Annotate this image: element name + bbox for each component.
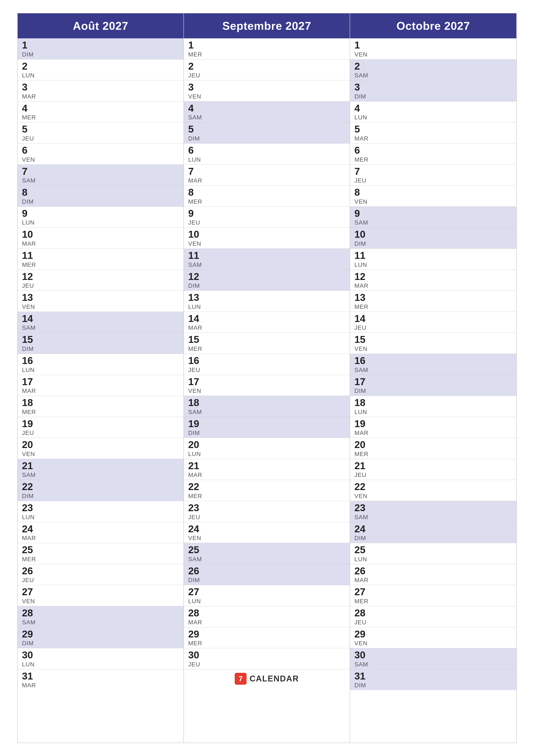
- day-number: 28: [354, 608, 512, 618]
- day-number: 22: [22, 481, 179, 492]
- day-label: MER: [188, 51, 345, 58]
- day-label: LUN: [22, 366, 179, 373]
- day-number: 13: [354, 292, 512, 303]
- day-number: 11: [22, 250, 179, 261]
- day-row: 17VEN: [184, 375, 350, 396]
- day-row: 26JEU: [18, 564, 184, 585]
- day-label: JEU: [22, 577, 179, 583]
- day-row: 24DIM: [350, 522, 516, 543]
- day-row: 12JEU: [18, 270, 184, 291]
- day-row: 23SAM: [350, 501, 516, 522]
- day-row: 27VEN: [18, 585, 184, 606]
- day-number: 4: [22, 103, 179, 114]
- day-number: 13: [22, 292, 179, 303]
- day-row: 20MER: [350, 438, 516, 459]
- day-row: 14JEU: [350, 312, 516, 333]
- empty-row: 7CALENDAR: [184, 669, 350, 688]
- day-number: 18: [22, 397, 179, 408]
- day-number: 7: [354, 166, 512, 177]
- day-number: 23: [354, 502, 512, 513]
- day-label: DIM: [188, 577, 345, 583]
- day-label: SAM: [188, 556, 345, 563]
- day-label: JEU: [188, 219, 345, 226]
- day-label: MAR: [22, 535, 179, 542]
- day-label: VEN: [22, 304, 179, 310]
- day-row: 30SAM: [350, 648, 516, 669]
- day-label: DIM: [354, 93, 512, 100]
- day-label: LUN: [22, 72, 179, 79]
- day-number: 15: [188, 334, 345, 345]
- day-row: 24MAR: [18, 522, 184, 543]
- day-number: 24: [22, 524, 179, 534]
- day-number: 1: [22, 40, 179, 51]
- day-label: DIM: [354, 535, 512, 542]
- day-number: 8: [354, 187, 512, 198]
- day-number: 22: [188, 481, 345, 492]
- day-row: 16JEU: [184, 354, 350, 375]
- day-row: 26DIM: [184, 564, 350, 585]
- day-label: LUN: [354, 409, 512, 416]
- day-row: 13MER: [350, 291, 516, 312]
- day-row: 10DIM: [350, 228, 516, 249]
- day-number: 2: [22, 61, 179, 72]
- day-row: 2JEU: [184, 60, 350, 81]
- day-label: VEN: [188, 535, 345, 542]
- day-label: JEU: [354, 619, 512, 626]
- day-row: 22MER: [184, 480, 350, 501]
- day-label: SAM: [188, 409, 345, 416]
- day-label: VEN: [354, 640, 512, 647]
- day-label: MAR: [354, 577, 512, 583]
- day-label: DIM: [188, 135, 345, 142]
- day-number: 6: [22, 145, 179, 156]
- day-label: MAR: [354, 282, 512, 289]
- day-row: 13VEN: [18, 291, 184, 312]
- day-number: 13: [188, 292, 345, 303]
- day-label: MAR: [188, 177, 345, 184]
- day-number: 9: [354, 208, 512, 219]
- day-row: 5JEU: [18, 122, 184, 144]
- day-number: 24: [188, 524, 345, 534]
- day-row: 17MAR: [18, 375, 184, 396]
- day-row: 16LUN: [18, 354, 184, 375]
- day-label: MAR: [22, 93, 179, 100]
- day-label: DIM: [188, 429, 345, 436]
- day-row: 23JEU: [184, 501, 350, 522]
- day-number: 20: [188, 439, 345, 450]
- day-number: 7: [188, 166, 345, 177]
- day-number: 7: [22, 166, 179, 177]
- day-label: MER: [354, 156, 512, 163]
- day-label: DIM: [22, 198, 179, 205]
- day-number: 1: [188, 40, 345, 51]
- day-label: JEU: [188, 72, 345, 79]
- day-number: 31: [354, 671, 512, 682]
- day-label: LUN: [354, 261, 512, 268]
- day-label: LUN: [188, 598, 345, 605]
- day-number: 5: [22, 124, 179, 135]
- day-number: 24: [354, 524, 512, 534]
- day-label: LUN: [354, 114, 512, 121]
- day-number: 12: [188, 271, 345, 282]
- month-column-0: Août 20271DIM2LUN3MAR4MER5JEU6VEN7SAM8DI…: [18, 14, 184, 742]
- day-label: MER: [188, 345, 345, 352]
- day-row: 12DIM: [184, 270, 350, 291]
- day-label: VEN: [188, 240, 345, 247]
- day-label: MER: [22, 114, 179, 121]
- day-number: 31: [22, 671, 179, 682]
- day-row: 21MAR: [184, 459, 350, 480]
- day-label: LUN: [22, 514, 179, 521]
- day-row: 3DIM: [350, 80, 516, 101]
- day-label: VEN: [22, 156, 179, 163]
- day-row: 7SAM: [18, 165, 184, 186]
- day-number: 21: [188, 460, 345, 471]
- day-number: 14: [188, 313, 345, 324]
- day-label: MAR: [354, 135, 512, 142]
- day-row: 30LUN: [18, 648, 184, 669]
- day-number: 26: [354, 565, 512, 577]
- day-label: JEU: [354, 472, 512, 478]
- day-number: 27: [188, 586, 345, 597]
- day-number: 21: [354, 460, 512, 471]
- day-label: DIM: [22, 493, 179, 500]
- day-label: JEU: [188, 661, 345, 668]
- day-label: SAM: [188, 261, 345, 268]
- day-label: JEU: [188, 514, 345, 521]
